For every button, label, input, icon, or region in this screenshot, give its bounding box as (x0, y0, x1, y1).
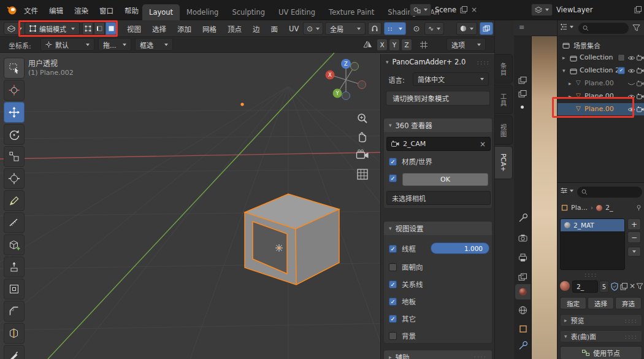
material-slot-active[interactable]: 2_MAT (561, 219, 624, 231)
unlink-icon[interactable]: × (629, 282, 635, 290)
slot-specials-button[interactable] (627, 247, 641, 257)
menu-edge[interactable]: 边 (247, 20, 266, 37)
tool-knife[interactable] (4, 345, 25, 359)
pin-icon[interactable] (635, 204, 642, 211)
npanel-tab-item[interactable]: 条目 (495, 54, 513, 83)
mirror-z-toggle[interactable]: Z (401, 39, 412, 51)
properties-editor-dropdown[interactable] (560, 187, 573, 195)
mirror-x-toggle[interactable]: X (377, 39, 388, 51)
npanel-tab-view[interactable]: 视图 (495, 115, 513, 145)
language-dropdown[interactable]: 简体中文 (413, 72, 489, 86)
tool-cursor[interactable] (4, 80, 25, 101)
wireframe-checkbox[interactable]: ✓ (389, 245, 397, 253)
workspace-tab-modeling[interactable]: Modeling (180, 4, 225, 20)
breadcrumb-material[interactable]: 2_ (605, 204, 613, 212)
camera-field-clear-icon[interactable]: × (480, 140, 486, 149)
filter-funnel-icon[interactable] (632, 24, 640, 32)
ok-checkbox[interactable]: ✓ (389, 174, 397, 182)
menu-add[interactable]: 添加 (172, 20, 197, 37)
menu-vertex[interactable]: 顶点 (222, 20, 247, 37)
other-checkbox[interactable]: ✓ (389, 315, 397, 323)
snap-grid-icon[interactable] (420, 41, 428, 49)
strip-menu-icon[interactable]: ≡ (519, 23, 524, 31)
add-slot-button[interactable]: + (627, 218, 641, 230)
scene-name[interactable]: Scene (435, 6, 456, 14)
preset-dropdown[interactable]: 默认 (40, 38, 94, 51)
outliner-row-plane3-active[interactable]: ▽ Plane.00 (558, 103, 644, 115)
remove-slot-button[interactable]: − (627, 231, 641, 243)
outliner-editor-dropdown[interactable] (560, 23, 573, 31)
workspace-tab-uvediting[interactable]: UV Editing (272, 4, 322, 20)
workspace-tab-texturepaint[interactable]: Texture Paint (322, 4, 381, 20)
npanel-tab-pca[interactable]: PCA+ (495, 146, 513, 179)
aux-grip[interactable]: :::: (474, 354, 487, 359)
menu-uv[interactable]: UV (283, 20, 304, 37)
properties-tab-output[interactable] (515, 250, 531, 265)
collection2-exclude-checkbox[interactable]: ✓ (618, 67, 625, 74)
preview-panel-header[interactable]: ▸ 预览 :::: (560, 314, 642, 326)
menu-view[interactable]: 视图 (121, 20, 147, 37)
properties-tab-world[interactable] (515, 303, 531, 318)
properties-tab-viewlayer[interactable] (515, 269, 531, 285)
use-nodes-button[interactable]: 使用节点 (560, 346, 642, 359)
aux-subpanel-header[interactable]: ▸ 辅助 :::: (384, 350, 492, 359)
background-checkbox[interactable] (389, 332, 397, 340)
new-viewlayer-icon[interactable] (634, 6, 642, 14)
eye-closed-icon[interactable] (627, 82, 635, 87)
outliner-search[interactable] (578, 23, 629, 34)
properties-tab-material[interactable] (515, 284, 531, 299)
camera-toggle-icon[interactable] (637, 55, 644, 61)
breadcrumb-object[interactable]: Pla... (571, 204, 588, 212)
relation-checkbox[interactable]: ✓ (389, 280, 397, 288)
material-name-field[interactable]: 2_ (572, 280, 598, 293)
surface-panel-header[interactable]: ▾ 表(曲)面 :::: (560, 330, 642, 342)
properties-tab-render[interactable] (515, 230, 531, 245)
options-dropdown[interactable]: 选项 (447, 38, 486, 51)
material-slot-list[interactable]: 2_MAT (560, 218, 625, 270)
material-preview-sphere[interactable] (560, 281, 570, 291)
assign-button[interactable]: 指定 (560, 297, 586, 309)
zoom-button[interactable] (356, 112, 369, 125)
new-scene-icon[interactable] (460, 6, 467, 14)
scene-dropdown[interactable] (410, 4, 431, 16)
vertex-select-button[interactable] (82, 22, 93, 35)
falloff-dropdown[interactable]: ∿ (424, 22, 444, 35)
tool-bevel[interactable] (4, 301, 25, 322)
pivot-point-dropdown[interactable]: ⊙ (303, 22, 323, 35)
eye-icon[interactable] (627, 94, 635, 99)
menu-render[interactable]: 渲染 (69, 2, 94, 18)
viewlayer-dropdown[interactable] (531, 4, 553, 16)
blender-logo-icon[interactable] (6, 4, 18, 15)
camera-field[interactable]: 2_CAM × (386, 137, 491, 151)
eye-icon[interactable] (627, 55, 635, 61)
xray-toggle[interactable] (480, 22, 493, 35)
properties-tab-modifiers[interactable] (515, 338, 531, 353)
floor-checkbox[interactable]: ✓ (389, 298, 397, 306)
camera-toggle-icon[interactable] (637, 93, 644, 99)
material-world-row[interactable]: ✓ 材质/世界 (389, 156, 432, 166)
eye-icon[interactable] (627, 107, 635, 112)
tool-rotate[interactable] (4, 124, 25, 145)
npanel-header[interactable]: ▾ PanoCamAdder+ 2.0 :::: (383, 55, 493, 69)
tool-add-primitive[interactable] (4, 234, 25, 255)
view-settings-header[interactable]: ▾ 视图设置 (384, 222, 492, 235)
menu-help[interactable]: 帮助 (119, 2, 144, 18)
camera-toggle-icon[interactable] (637, 106, 644, 112)
shading-dropdown[interactable] (456, 22, 477, 35)
edge-select-button[interactable] (94, 22, 105, 35)
outliner-row-collection2[interactable]: ▾ Collection 2 ✓ (558, 64, 644, 77)
menu-mesh[interactable]: 网格 (197, 20, 222, 37)
camera-toggle-icon[interactable] (637, 80, 644, 87)
menu-face[interactable]: 面 (266, 20, 284, 37)
slot-list-grip[interactable]: :::: (585, 271, 597, 278)
tool-annotate[interactable] (4, 190, 25, 211)
select-button[interactable]: 选择 (588, 297, 614, 309)
proportional-editing-toggle[interactable]: ⊙ (410, 22, 423, 35)
menu-edit[interactable]: 编辑 (44, 2, 69, 18)
tool-loop-cut[interactable] (4, 323, 25, 344)
fake-user-shield-icon[interactable] (611, 282, 618, 291)
transform-orientation-dropdown[interactable]: 全局 (325, 22, 366, 35)
image-strip[interactable] (531, 36, 557, 359)
ortho-toggle-button[interactable] (356, 168, 369, 181)
viewlayer-name[interactable]: ViewLayer (556, 6, 592, 14)
